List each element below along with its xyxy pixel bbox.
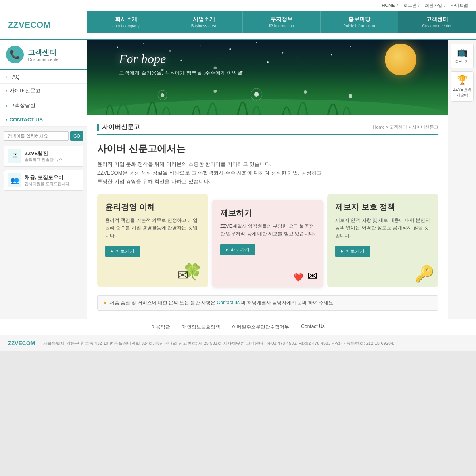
footer-logo: ZZVECOM (8, 340, 35, 346)
cards-row: 윤리경영 이해 윤리적 책임을 기본적 의무로 인정하고 기업윤리 준수를 기업… (95, 194, 440, 287)
cf-label: CF보기 (453, 59, 472, 65)
main-nav: 회사소개 about company 사업소개 Business area 투자… (87, 11, 476, 33)
nav-item-business[interactable]: 사업소개 Business area (165, 11, 243, 33)
footer-contact-link[interactable]: Contact Us (301, 324, 324, 330)
card-protection-desc: 제보자 인적 사항 및 제보 내용에 대해 본인의 동의 없이는 어떠한 정보도… (335, 217, 430, 240)
svg-point-14 (298, 58, 298, 58)
header: ZZVECOM (0, 11, 87, 39)
content-wrapper: 📞 고객센터 Customer center › FAQ › 사이버신문고 › … (0, 40, 476, 319)
main-content: For hope 고객에게 즐거움을, 직원에게 행복을 ,주주에게 이익을 ~… (87, 40, 448, 319)
search-input[interactable] (4, 131, 69, 141)
recruit-icon: 👥 (8, 173, 21, 187)
customer-center-icon: 📞 (6, 46, 24, 63)
footer-privacy-link[interactable]: 개인정보보호정책 (182, 324, 220, 330)
breadcrumb-bar: 사이버신문고 Home > 고객센터 > 사이버신문고 (97, 123, 438, 135)
magazine-icon: 🖥 (8, 149, 21, 163)
notice-icon: ● (104, 300, 106, 305)
home-link[interactable]: HOME (382, 3, 395, 8)
svg-point-4 (229, 48, 231, 50)
svg-point-6 (282, 52, 283, 54)
nav-item-company[interactable]: 회사소개 about company (87, 11, 165, 33)
card-protection-btn[interactable]: 바로가기 (335, 246, 370, 257)
footer-nav: 이용약관 개인정보보호정책 이메일주소무단단수집거부 Contact Us (0, 319, 476, 335)
svg-point-20 (214, 90, 217, 93)
sidebar-subtitle: Customer center (28, 57, 60, 62)
tv-icon: 📺 (453, 47, 472, 58)
footer-terms-link[interactable]: 이용약관 (151, 324, 170, 330)
sidebar-item-contact[interactable]: › CONTACT US (0, 113, 87, 127)
footer-email-link[interactable]: 이메일주소무단단수집거부 (232, 324, 289, 330)
svg-point-5 (256, 42, 257, 43)
hero-text: For hope 고객에게 즐거움을, 직원에게 행복을 ,주주에게 이익을 ~ (119, 52, 247, 77)
section-desc: 윤리적 기업 문화 정착을 위해 여러분의 소중한 한마디를 기다리고 있습니다… (97, 160, 438, 186)
site-logo: ZZVECOM (8, 20, 79, 30)
key-icon: 🔑 (415, 265, 434, 283)
envelope-decoration: ✉ (177, 267, 188, 283)
sidebar-title: 고객센터 (28, 48, 60, 57)
widget-desc-recruit: 입사지원을 도와드립니다. (25, 181, 71, 187)
top-bar: HOME / 로그인 / 회원가입 / 사이트맵 (0, 0, 476, 11)
section-title: 사이버 신문고에서는 (97, 142, 438, 155)
sidebar-header: 📞 고객센터 Customer center (0, 40, 87, 70)
report-icon: ❤️ ✉ (294, 267, 317, 283)
svg-point-0 (117, 47, 118, 48)
tech-icon: 🏆 (453, 75, 472, 85)
arrow-icon: › (6, 103, 8, 108)
svg-point-7 (313, 44, 313, 44)
sitemap-link[interactable]: 사이트맵 (451, 3, 468, 8)
sidebar-item-consulting[interactable]: › 고객상담실 (0, 98, 87, 113)
tech-button[interactable]: 🏆 ZZVE만의 기술력 (451, 71, 474, 102)
login-link[interactable]: 로그인 (403, 3, 416, 8)
svg-point-3 (200, 45, 200, 46)
breadcrumb: Home > 고객센터 > 사이버신문고 (373, 124, 438, 130)
sidebar-item-sinmungo[interactable]: › 사이버신문고 (0, 84, 87, 98)
nav-item-pr[interactable]: 홍보마당 Public Information (321, 11, 398, 33)
sidebar-widget-magazine[interactable]: 🖥 ZZVE웹진 솔직하고 진솔한 뉴스 (4, 146, 83, 167)
arrow-icon: › (6, 117, 8, 122)
card-ethics-title: 윤리경영 이해 (105, 202, 200, 213)
widget-title-recruit: 채용, 모집도우미 (25, 174, 71, 181)
notice-suffix: 의 해당계열사 담당자에게 문의 하여 주세요. (241, 300, 334, 305)
card-ethics-desc: 윤리적 책임을 기본적 의무로 인정하고 기업윤리 준수를 기업 경영활동에 반… (105, 217, 200, 240)
sidebar: 📞 고객센터 Customer center › FAQ › 사이버신문고 › … (0, 40, 87, 319)
cf-button[interactable]: 📺 CF보기 (451, 44, 474, 68)
card-report: 제보하기 ZZVE계열사 임직원들의 부당한 요구 불공정한 업무처리 등에 대… (212, 200, 323, 287)
contact-us-link[interactable]: Contact us (217, 300, 240, 305)
notice-text: 제품 품질 및 서비스에 대한 문의 또는 불만 사항은 (110, 300, 216, 305)
arrow-icon: › (6, 88, 8, 93)
card-report-btn[interactable]: 바로가기 (220, 244, 255, 255)
arrow-icon: › (6, 75, 8, 79)
card-ethics-btn[interactable]: 바로가기 (105, 246, 140, 257)
svg-point-13 (267, 61, 269, 63)
page-title: 사이버신문고 (97, 123, 140, 131)
svg-point-9 (350, 46, 351, 47)
hero-title: For hope (119, 52, 247, 66)
card-protection-title: 제보자 보호 정책 (335, 202, 430, 213)
card-report-title: 제보하기 (220, 208, 315, 219)
hero-banner: For hope 고객에게 즐거움을, 직원에게 행복을 ,주주에게 이익을 ~ (87, 40, 448, 115)
search-button[interactable]: GO (70, 131, 83, 141)
nav-item-invest[interactable]: 투자정보 IR Information (243, 11, 321, 33)
card-ethics: 윤리경영 이해 윤리적 책임을 기본적 의무로 인정하고 기업윤리 준수를 기업… (97, 194, 208, 287)
nav-item-customer[interactable]: 고객센터 Customer center (398, 11, 476, 33)
hero-moon (385, 44, 416, 75)
tech-label: ZZVE만의 기술력 (453, 87, 472, 98)
footer-bottom: ZZVECOM 서울특별시 강동구 천호동 432-10 벙용플래티넘빌 324… (0, 335, 476, 351)
signup-link[interactable]: 회원가입 (425, 3, 442, 8)
hero-grass (87, 83, 448, 115)
svg-point-8 (331, 54, 332, 56)
right-sidebar: 📺 CF보기 🏆 ZZVE만의 기술력 (448, 40, 476, 319)
card-protection: 제보자 보호 정책 제보자 인적 사항 및 제보 내용에 대해 본인의 동의 없… (327, 194, 438, 287)
widget-title-magazine: ZZVE웹진 (25, 150, 63, 157)
bottom-notice: ● 제품 품질 및 서비스에 대한 문의 또는 불만 사항은 Contact u… (97, 295, 438, 311)
svg-point-23 (349, 94, 352, 98)
svg-point-22 (304, 90, 307, 94)
hero-tagline: 고객에게 즐거움을, 직원에게 행복을 ,주주에게 이익을 ~ (119, 69, 247, 77)
sidebar-search-form: GO (4, 131, 83, 141)
sidebar-item-faq[interactable]: › FAQ (0, 70, 87, 84)
svg-point-1 (143, 43, 144, 44)
card-report-desc: ZZVE계열사 임직원들의 부당한 요구 불공정한 업무처리 등에 대한 제보를… (220, 223, 315, 238)
footer-address: 서울특별시 강동구 천호동 432-10 벙용플래티넘빌 324호. 통신판매업… (43, 340, 394, 346)
sidebar-menu: › FAQ › 사이버신문고 › 고객상담실 › CONTACT US (0, 70, 87, 127)
sidebar-widget-recruit[interactable]: 👥 채용, 모집도우미 입사지원을 도와드립니다. (4, 170, 83, 191)
